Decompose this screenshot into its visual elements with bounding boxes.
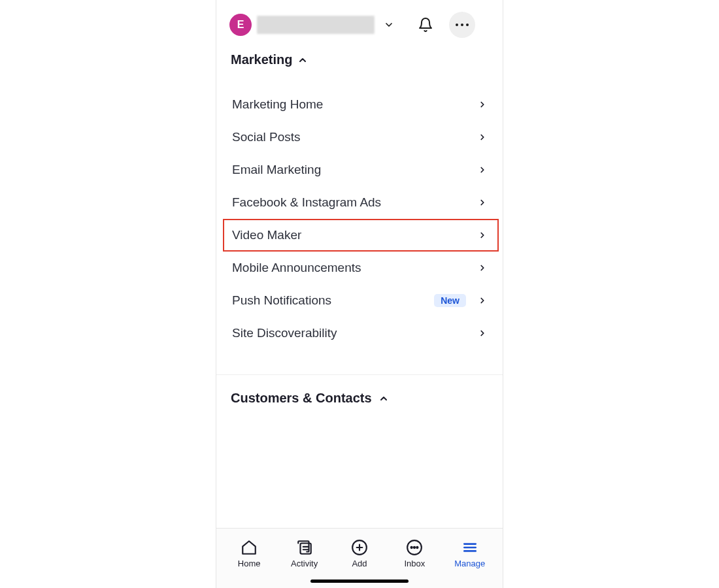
- nav-activity[interactable]: Activity: [279, 539, 330, 568]
- chevron-down-icon: [384, 20, 394, 30]
- section-header-customers[interactable]: Customers & Contacts: [216, 375, 503, 406]
- chevron-right-icon: [478, 165, 487, 174]
- section-title: Marketing: [231, 52, 292, 67]
- menu-label: Marketing Home: [232, 97, 323, 112]
- nav-label: Home: [238, 559, 261, 568]
- more-button[interactable]: [449, 12, 475, 38]
- account-switcher[interactable]: [381, 17, 397, 33]
- add-icon: [351, 539, 368, 556]
- menu-item-facebook-instagram-ads[interactable]: Facebook & Instagram Ads: [216, 186, 503, 219]
- menu-item-marketing-home[interactable]: Marketing Home: [216, 88, 503, 121]
- home-indicator: [310, 580, 409, 583]
- menu-label: Video Maker: [232, 228, 301, 242]
- chevron-right-icon: [478, 231, 487, 240]
- avatar[interactable]: E: [229, 14, 252, 36]
- section-header-marketing[interactable]: Marketing: [216, 44, 503, 74]
- menu-item-video-maker[interactable]: Video Maker: [216, 219, 503, 252]
- marketing-menu-list: Marketing Home Social Posts Email Market…: [216, 74, 503, 356]
- menu-label: Mobile Announcements: [232, 261, 361, 275]
- nav-home[interactable]: Home: [224, 539, 275, 568]
- chevron-up-icon: [297, 55, 308, 65]
- nav-label: Activity: [291, 559, 318, 568]
- nav-label: Manage: [454, 559, 485, 568]
- notifications-button[interactable]: [414, 13, 437, 37]
- menu-label: Site Discoverability: [232, 326, 337, 340]
- menu-item-site-discoverability[interactable]: Site Discoverability: [216, 317, 503, 350]
- chevron-right-icon: [478, 100, 487, 109]
- chevron-up-icon: [378, 393, 389, 404]
- menu-item-push-notifications[interactable]: Push Notifications New: [216, 284, 503, 317]
- menu-item-mobile-announcements[interactable]: Mobile Announcements: [216, 252, 503, 284]
- nav-add[interactable]: Add: [334, 539, 385, 568]
- nav-manage[interactable]: Manage: [444, 539, 495, 568]
- menu-label: Social Posts: [232, 130, 301, 144]
- chevron-right-icon: [478, 296, 487, 305]
- nav-label: Add: [352, 559, 367, 568]
- chevron-right-icon: [478, 133, 487, 142]
- phone-frame: E Marketing Marketing Home Social Posts: [216, 0, 503, 588]
- new-badge: New: [434, 294, 466, 307]
- bottom-nav: Home Activity Add Inbox Manage: [216, 528, 503, 588]
- top-bar: E: [216, 0, 503, 44]
- nav-inbox[interactable]: Inbox: [389, 539, 440, 568]
- inbox-icon: [406, 539, 423, 556]
- home-icon: [241, 539, 258, 556]
- menu-label: Email Marketing: [232, 163, 321, 177]
- menu-label: Push Notifications: [232, 293, 331, 308]
- chevron-right-icon: [478, 329, 487, 338]
- menu-item-social-posts[interactable]: Social Posts: [216, 121, 503, 154]
- ellipsis-icon: [456, 24, 458, 26]
- svg-point-9: [417, 547, 418, 548]
- chevron-right-icon: [478, 198, 487, 207]
- menu-label: Facebook & Instagram Ads: [232, 195, 381, 210]
- bell-icon: [418, 17, 433, 33]
- svg-point-7: [411, 547, 412, 548]
- activity-icon: [296, 539, 313, 556]
- menu-item-email-marketing[interactable]: Email Marketing: [216, 154, 503, 186]
- section-title: Customers & Contacts: [231, 391, 372, 406]
- chevron-right-icon: [478, 263, 487, 272]
- svg-point-8: [414, 547, 415, 548]
- nav-label: Inbox: [404, 559, 425, 568]
- menu-icon: [461, 539, 478, 556]
- user-name-redacted[interactable]: [257, 16, 375, 34]
